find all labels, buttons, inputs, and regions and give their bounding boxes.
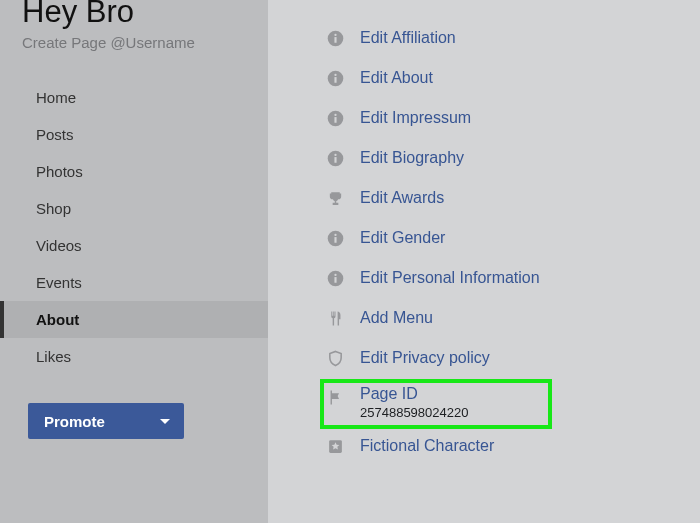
info-icon bbox=[324, 27, 346, 49]
page-title: Hey Bro bbox=[0, 0, 268, 30]
info-icon bbox=[324, 147, 346, 169]
svg-rect-7 bbox=[334, 117, 336, 123]
edit-list: Edit Affiliation Edit About Edit Impress… bbox=[268, 18, 700, 466]
page-id-row: Page ID 257488598024220 bbox=[268, 378, 700, 426]
page-id-block: Page ID 257488598024220 bbox=[360, 384, 468, 420]
edit-personal-info-link[interactable]: Edit Personal Information bbox=[268, 258, 700, 298]
edit-link-label: Edit Biography bbox=[360, 149, 464, 167]
star-box-icon bbox=[324, 435, 346, 457]
nav-item-shop[interactable]: Shop bbox=[0, 190, 268, 227]
edit-link-label: Edit Personal Information bbox=[360, 269, 540, 287]
shield-icon bbox=[324, 347, 346, 369]
edit-link-label: Edit Privacy policy bbox=[360, 349, 490, 367]
utensils-icon bbox=[324, 307, 346, 329]
nav-item-events[interactable]: Events bbox=[0, 264, 268, 301]
sidebar: Hey Bro Create Page @Username Home Posts… bbox=[0, 0, 268, 523]
nav-item-about[interactable]: About bbox=[0, 301, 268, 338]
svg-point-11 bbox=[334, 153, 336, 155]
flag-icon bbox=[324, 386, 346, 408]
edit-link-label: Edit Impressum bbox=[360, 109, 471, 127]
promote-button[interactable]: Promote bbox=[28, 403, 184, 439]
svg-point-5 bbox=[334, 73, 336, 75]
edit-link-label: Add Menu bbox=[360, 309, 433, 327]
svg-rect-1 bbox=[334, 37, 336, 43]
edit-privacy-policy-link[interactable]: Edit Privacy policy bbox=[268, 338, 700, 378]
svg-point-14 bbox=[334, 233, 336, 235]
nav-list: Home Posts Photos Shop Videos Events Abo… bbox=[0, 79, 268, 375]
info-icon bbox=[324, 67, 346, 89]
svg-rect-10 bbox=[334, 157, 336, 163]
nav-item-videos[interactable]: Videos bbox=[0, 227, 268, 264]
info-icon bbox=[324, 267, 346, 289]
fictional-character-link[interactable]: Fictional Character bbox=[268, 426, 700, 466]
nav-item-home[interactable]: Home bbox=[0, 79, 268, 116]
page-id-label: Page ID bbox=[360, 384, 468, 403]
edit-link-label: Edit Gender bbox=[360, 229, 445, 247]
edit-link-label: Edit Affiliation bbox=[360, 29, 456, 47]
edit-awards-link[interactable]: Edit Awards bbox=[268, 178, 700, 218]
edit-gender-link[interactable]: Edit Gender bbox=[268, 218, 700, 258]
info-icon bbox=[324, 227, 346, 249]
edit-biography-link[interactable]: Edit Biography bbox=[268, 138, 700, 178]
edit-link-label: Edit About bbox=[360, 69, 433, 87]
edit-affiliation-link[interactable]: Edit Affiliation bbox=[268, 18, 700, 58]
chevron-down-icon bbox=[160, 419, 170, 424]
promote-button-label: Promote bbox=[44, 413, 105, 430]
add-menu-link[interactable]: Add Menu bbox=[268, 298, 700, 338]
svg-rect-16 bbox=[334, 277, 336, 283]
nav-item-posts[interactable]: Posts bbox=[0, 116, 268, 153]
nav-item-likes[interactable]: Likes bbox=[0, 338, 268, 375]
svg-point-2 bbox=[334, 33, 336, 35]
svg-point-17 bbox=[334, 273, 336, 275]
svg-rect-4 bbox=[334, 77, 336, 83]
main-content: Edit Affiliation Edit About Edit Impress… bbox=[268, 0, 700, 523]
edit-impressum-link[interactable]: Edit Impressum bbox=[268, 98, 700, 138]
create-username-link[interactable]: Create Page @Username bbox=[0, 30, 268, 51]
page-id-value: 257488598024220 bbox=[360, 405, 468, 420]
edit-link-label: Edit Awards bbox=[360, 189, 444, 207]
edit-about-link[interactable]: Edit About bbox=[268, 58, 700, 98]
edit-link-label: Fictional Character bbox=[360, 437, 494, 455]
nav-item-photos[interactable]: Photos bbox=[0, 153, 268, 190]
info-icon bbox=[324, 107, 346, 129]
svg-rect-13 bbox=[334, 237, 336, 243]
trophy-icon bbox=[324, 187, 346, 209]
svg-point-8 bbox=[334, 113, 336, 115]
